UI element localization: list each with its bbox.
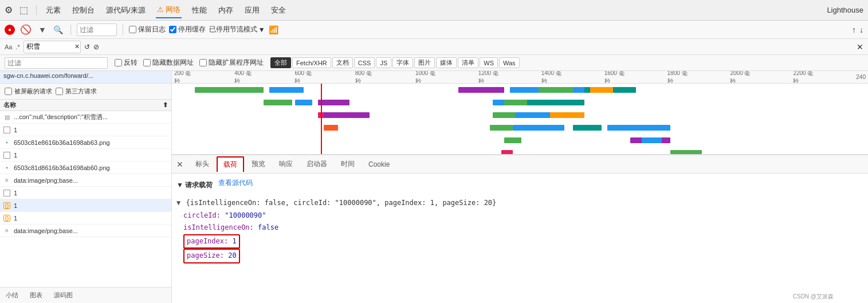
wf-bar-2f bbox=[527, 100, 584, 105]
filter-media[interactable]: 媒体 bbox=[436, 57, 457, 68]
list-item[interactable]: ▪ 6503c81e8616b36a1698ab63.png bbox=[0, 136, 171, 149]
disable-cache-label[interactable]: 停用缓存 bbox=[169, 25, 206, 34]
upload-button[interactable]: ↑ bbox=[852, 25, 856, 34]
disable-cache-checkbox[interactable] bbox=[169, 26, 176, 33]
ruler-200: 200 毫秒 bbox=[174, 71, 193, 84]
search-input[interactable] bbox=[26, 43, 72, 51]
page-size-highlighted: pageSize: 20 bbox=[183, 249, 240, 263]
view-source-link[interactable]: 查看源代码 bbox=[218, 178, 253, 188]
hide-ext-checkbox[interactable] bbox=[199, 59, 207, 66]
hide-data-url-label[interactable]: 隐藏数据网址 bbox=[143, 58, 194, 68]
tab-response[interactable]: 响应 bbox=[273, 156, 299, 172]
filter-manifest[interactable]: 清单 bbox=[458, 57, 478, 68]
filter-fetch-xhr[interactable]: Fetch/XHR bbox=[292, 57, 331, 68]
tab-source[interactable]: 源代码/来源 bbox=[105, 3, 147, 18]
clear-button[interactable]: 🚫 bbox=[18, 23, 33, 36]
waterfall-row-1 bbox=[172, 84, 868, 96]
filter-wasm[interactable]: Was bbox=[499, 57, 520, 68]
filter-box bbox=[77, 23, 117, 36]
detail-tabs: ✕ 标头 载荷 预览 响应 启动器 时间 Cookie bbox=[172, 155, 868, 174]
tab-chart[interactable]: 图表 bbox=[24, 289, 48, 302]
ruler-240: 240 bbox=[856, 74, 866, 80]
tree-line-1: circleId: "10000090" bbox=[176, 210, 863, 222]
list-item[interactable]: 1 bbox=[0, 187, 171, 199]
item-icon-4 bbox=[2, 151, 11, 160]
tab-security[interactable]: 安全 bbox=[270, 3, 287, 18]
regex-label: .* bbox=[15, 44, 19, 50]
tab-console[interactable]: 控制台 bbox=[71, 3, 96, 18]
invert-checkbox-label[interactable]: 反转 bbox=[115, 58, 138, 68]
filter-js[interactable]: JS bbox=[376, 57, 391, 68]
wf-bar-6b bbox=[670, 150, 702, 154]
tab-headers[interactable]: 标头 bbox=[189, 156, 215, 172]
list-item[interactable]: {} 1 bbox=[0, 212, 171, 225]
tab-elements[interactable]: 元素 bbox=[45, 3, 62, 18]
item-icon-10: ≡ bbox=[2, 226, 11, 235]
hide-data-url-checkbox[interactable] bbox=[143, 59, 151, 66]
list-item[interactable]: ≡ data:image/png;base... bbox=[0, 174, 171, 187]
list-item[interactable]: {} 1 bbox=[0, 199, 171, 212]
filter-all[interactable]: 全部 bbox=[270, 57, 291, 68]
tab-sourcemap[interactable]: 源码图 bbox=[48, 289, 78, 302]
tab-payload[interactable]: 载荷 bbox=[217, 156, 244, 172]
tab-application[interactable]: 应用 bbox=[243, 3, 261, 18]
stream-mode-dropdown[interactable]: 已停用节流模式 ▼ bbox=[209, 25, 265, 34]
expand-collapse-icon[interactable]: ⬆ bbox=[163, 101, 168, 109]
third-party-checkbox[interactable] bbox=[56, 88, 63, 95]
reload-icon[interactable]: ↺ bbox=[84, 43, 90, 51]
close-search-icon[interactable]: ✕ bbox=[857, 42, 863, 52]
preserve-log-group: 保留日志 bbox=[129, 25, 166, 34]
preserve-log-checkbox[interactable] bbox=[129, 26, 136, 33]
tab-cookie[interactable]: Cookie bbox=[362, 158, 396, 171]
filter-button[interactable]: ▼ bbox=[37, 25, 48, 35]
watermark: CSDN @艾派森 bbox=[793, 293, 834, 301]
list-item[interactable]: 1 bbox=[0, 149, 171, 162]
hide-ext-label[interactable]: 隐藏扩展程序网址 bbox=[199, 58, 264, 68]
wf-bar-5a bbox=[504, 137, 521, 143]
tab-initiator[interactable]: 启动器 bbox=[300, 156, 333, 172]
third-party-label[interactable]: 第三方请求 bbox=[56, 87, 97, 96]
download-button[interactable]: ↓ bbox=[859, 25, 863, 34]
devtools-icon2[interactable]: ⬚ bbox=[19, 5, 28, 15]
tab-network[interactable]: ⚠ 网络 bbox=[156, 2, 182, 18]
detail-close-button[interactable]: ✕ bbox=[176, 160, 183, 169]
bottom-left-tabs: 小结 图表 源码图 bbox=[0, 287, 171, 303]
preserve-log-label[interactable]: 保留日志 bbox=[129, 25, 166, 34]
list-item[interactable]: ▤ ...con":null,"description":"积雪洒... bbox=[0, 111, 171, 124]
list-item[interactable]: 1 bbox=[0, 124, 171, 136]
wf-bar-1a bbox=[195, 87, 264, 93]
wf-bar-2c bbox=[318, 100, 349, 105]
tab-timing[interactable]: 时间 bbox=[335, 156, 361, 172]
item-icon-7 bbox=[2, 188, 11, 198]
filter-ws[interactable]: WS bbox=[480, 57, 498, 68]
invert-checkbox[interactable] bbox=[115, 59, 122, 66]
filter-img[interactable]: 图片 bbox=[414, 57, 435, 68]
wf-bar-2a bbox=[264, 100, 292, 105]
second-toolbar: ● 🚫 ▼ 🔍 保留日志 停用缓存 已停用节流模式 ▼ 📶 ↑ ↓ bbox=[0, 21, 868, 39]
chevron-down-icon: ▼ bbox=[258, 26, 265, 34]
blocked-requests-checkbox[interactable] bbox=[5, 88, 12, 95]
filter-css[interactable]: CSS bbox=[354, 57, 375, 68]
block-icon[interactable]: ⊘ bbox=[93, 43, 99, 51]
devtools-icon1[interactable]: ⚙ bbox=[5, 5, 13, 15]
tab-performance[interactable]: 性能 bbox=[191, 3, 208, 18]
list-item[interactable]: ≡ data:image/png;base... bbox=[0, 225, 171, 237]
search-clear-icon[interactable]: ✕ bbox=[74, 43, 80, 50]
expand-icon[interactable]: ▼ bbox=[176, 199, 180, 207]
blocked-requests-label[interactable]: 被屏蔽的请求 bbox=[5, 87, 52, 96]
item-text-10: data:image/png;base... bbox=[14, 227, 169, 234]
filter-font[interactable]: 字体 bbox=[392, 57, 413, 68]
record-button[interactable]: ● bbox=[5, 25, 15, 35]
filter-input[interactable] bbox=[80, 26, 114, 34]
item-text-1: ...con":null,"description":"积雪洒... bbox=[14, 113, 169, 121]
tab-preview[interactable]: 预览 bbox=[245, 156, 272, 172]
tab-memory[interactable]: 内存 bbox=[217, 3, 234, 18]
main-filter-input[interactable] bbox=[5, 57, 108, 69]
list-item[interactable]: ▪ 6503c81d8616b36a1698ab60.png bbox=[0, 162, 171, 174]
divider1 bbox=[70, 25, 71, 35]
tab-summary[interactable]: 小结 bbox=[0, 289, 24, 302]
filter-doc[interactable]: 文档 bbox=[332, 57, 353, 68]
wf-bar-1e bbox=[539, 87, 573, 93]
search-button[interactable]: 🔍 bbox=[52, 25, 65, 35]
filter-toolbar: 反转 隐藏数据网址 隐藏扩展程序网址 全部 Fetch/XHR 文档 CSS J… bbox=[0, 55, 868, 71]
